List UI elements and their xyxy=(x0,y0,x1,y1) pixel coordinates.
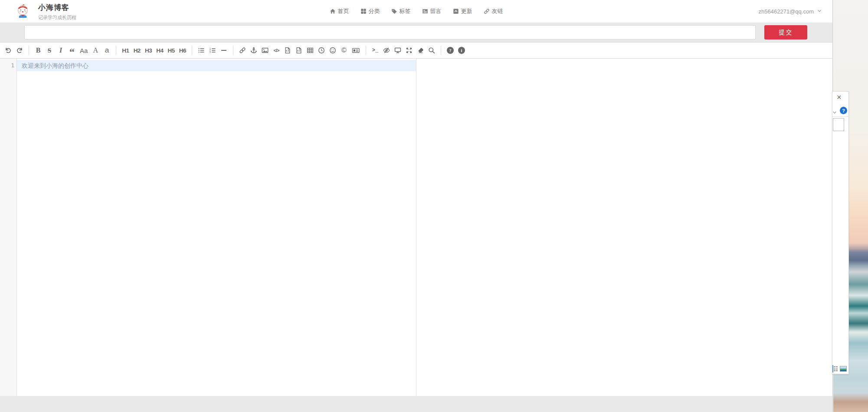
nav-item-update[interactable]: 更新 xyxy=(453,7,472,15)
datetime-button[interactable] xyxy=(316,45,327,56)
clock-icon xyxy=(318,47,325,54)
h5-button[interactable]: H5 xyxy=(166,45,176,56)
h6-button[interactable]: H6 xyxy=(177,45,188,56)
tag-icon xyxy=(391,8,397,14)
image-icon xyxy=(262,47,269,54)
redo-icon xyxy=(16,47,23,54)
strikethrough-button[interactable]: S xyxy=(44,45,55,56)
h2-button[interactable]: H2 xyxy=(132,45,142,56)
h5-button-glyph: H5 xyxy=(167,47,174,54)
toolbar-divider xyxy=(441,46,441,55)
site-header: 小海博客 记录学习成长历程 首页分类标签留言更新友链 zh56462271@qq… xyxy=(0,0,832,23)
quote-button[interactable]: “ xyxy=(67,45,77,56)
chevron-down-icon[interactable] xyxy=(832,109,837,114)
user-email: zh56462271@qq.com xyxy=(759,8,814,15)
italic-button-glyph: I xyxy=(59,46,62,54)
code-button[interactable]: </> xyxy=(271,45,282,56)
undo-button[interactable] xyxy=(3,45,13,56)
preview-button[interactable] xyxy=(393,45,403,56)
anchor-icon xyxy=(250,47,257,54)
unordered-list-button[interactable] xyxy=(196,45,206,56)
category-icon xyxy=(360,8,367,14)
uppercase-button[interactable]: A xyxy=(90,45,101,56)
undo-icon xyxy=(5,47,12,54)
redo-button[interactable] xyxy=(14,45,25,56)
preview-pane xyxy=(416,59,832,396)
h6-button-glyph: H6 xyxy=(179,47,186,54)
html-entities-button-glyph: © xyxy=(341,46,347,54)
code-button-glyph: </> xyxy=(274,48,279,53)
info-button[interactable]: i xyxy=(456,45,467,56)
chevron-down-icon xyxy=(817,8,822,15)
nav-item-category[interactable]: 分类 xyxy=(360,7,380,15)
h1-button[interactable]: H1 xyxy=(120,45,131,56)
watch-button[interactable] xyxy=(381,45,392,56)
pagebreak-button[interactable] xyxy=(350,45,362,56)
editor-placeholder-line[interactable]: 欢迎来到小海的创作中心 xyxy=(17,60,416,71)
close-icon[interactable]: × xyxy=(837,93,842,101)
popup-divider xyxy=(832,116,848,117)
h1-button-glyph: H1 xyxy=(122,47,129,54)
bold-button[interactable]: B xyxy=(33,45,43,56)
image-thumbnail-icon[interactable] xyxy=(840,366,847,372)
nav-item-message[interactable]: 留言 xyxy=(422,7,442,15)
help-button-glyph: ? xyxy=(447,47,454,54)
update-icon xyxy=(453,8,459,14)
line-number-gutter: 1 xyxy=(0,59,17,396)
newspaper-icon xyxy=(352,47,360,54)
image-button[interactable] xyxy=(260,45,270,56)
bold-button-glyph: B xyxy=(36,46,41,54)
submit-button[interactable]: 提交 xyxy=(764,25,807,40)
fullscreen-button[interactable] xyxy=(404,45,414,56)
site-logo-avatar[interactable] xyxy=(16,4,30,18)
help-circle-icon[interactable]: ? xyxy=(840,107,847,114)
code-pane[interactable]: 欢迎来到小海的创作中心 xyxy=(17,59,416,396)
clear-button[interactable] xyxy=(415,45,426,56)
search-button[interactable] xyxy=(426,45,437,56)
line-number: 1 xyxy=(0,60,16,71)
friendlink-icon xyxy=(484,8,490,14)
fullscreen-icon xyxy=(406,47,413,54)
popup-bottom-bar xyxy=(832,365,848,373)
words-first-uppercase-button[interactable]: Aa xyxy=(78,45,89,56)
table-button[interactable] xyxy=(305,45,315,56)
home-icon xyxy=(330,8,336,14)
h3-button[interactable]: H3 xyxy=(143,45,154,56)
horizontal-rule-button[interactable] xyxy=(219,45,229,56)
lowercase-button[interactable]: a xyxy=(102,45,112,56)
h4-button[interactable]: H4 xyxy=(154,45,165,56)
desktop-icon xyxy=(394,47,401,54)
nav-item-category-label: 分类 xyxy=(369,7,380,15)
code-block-button[interactable] xyxy=(294,45,304,56)
toolbar-divider xyxy=(29,46,29,55)
nav-item-home[interactable]: 首页 xyxy=(330,7,349,15)
list-view-icon[interactable] xyxy=(832,365,838,372)
uppercase-button-glyph: A xyxy=(93,46,98,54)
user-menu[interactable]: zh56462271@qq.com xyxy=(759,0,822,23)
side-popup: × ? xyxy=(832,91,849,374)
words-first-uppercase-button-glyph: Aa xyxy=(80,47,88,54)
help-button[interactable]: ? xyxy=(445,45,455,56)
preformatted-text-button[interactable] xyxy=(282,45,293,56)
post-title-input[interactable] xyxy=(24,25,756,40)
eraser-icon xyxy=(417,47,424,54)
nav-item-message-label: 留言 xyxy=(430,7,442,15)
nav-item-friendlink[interactable]: 友链 xyxy=(484,7,503,15)
nav-item-update-label: 更新 xyxy=(461,7,472,15)
main-nav: 首页分类标签留言更新友链 xyxy=(330,0,503,23)
site-title-block: 小海博客 记录学习成长历程 xyxy=(38,3,76,21)
nav-item-tag[interactable]: 标签 xyxy=(391,7,411,15)
emoji-button[interactable] xyxy=(328,45,338,56)
html-entities-button[interactable]: © xyxy=(339,45,349,56)
file-code-icon xyxy=(295,47,302,54)
reference-link-button[interactable] xyxy=(249,45,259,56)
toolbar-divider xyxy=(116,46,116,55)
italic-button[interactable]: I xyxy=(56,45,66,56)
ordered-list-button[interactable]: 123 xyxy=(207,45,218,56)
toolbar-divider xyxy=(366,46,366,55)
link-button[interactable] xyxy=(237,45,248,56)
goto-line-button[interactable]: >_ xyxy=(370,45,380,56)
editor-body: 1 欢迎来到小海的创作中心 xyxy=(0,59,832,396)
popup-input-box[interactable] xyxy=(833,118,844,131)
eye-slash-icon xyxy=(383,47,390,54)
